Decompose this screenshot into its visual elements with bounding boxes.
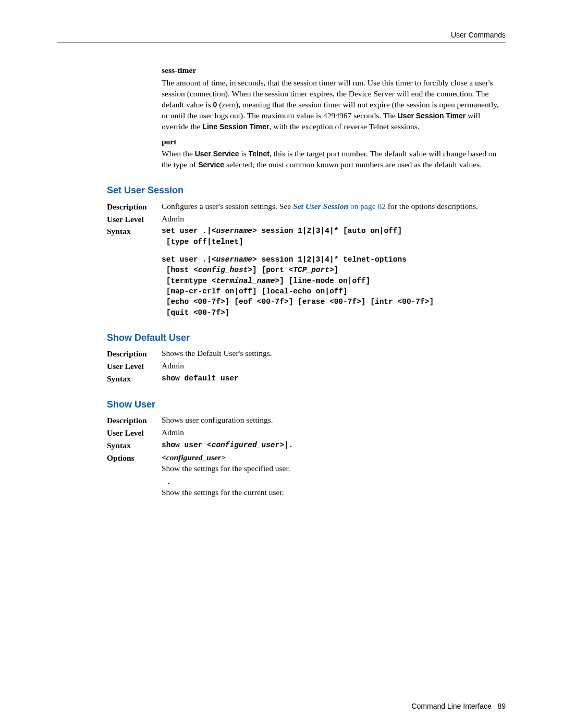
- value-description: Shows user configuration settings.: [162, 415, 506, 426]
- option-port: port When the User Service is Telnet, th…: [162, 137, 506, 171]
- value-syntax: show user <configured_user>|.: [162, 440, 506, 450]
- content-area: sess-timer The amount of time, in second…: [107, 65, 506, 498]
- text: is: [239, 149, 249, 158]
- cross-ref-page[interactable]: on page 82: [348, 202, 386, 211]
- label-user-level: User Level: [107, 361, 162, 372]
- def-table: Description Shows the Default User's set…: [107, 348, 506, 385]
- syntax-code: show default user: [162, 373, 506, 384]
- heading-set-user-session: Set User Session: [107, 184, 506, 196]
- spacer: [162, 247, 506, 254]
- value-syntax: show default user: [162, 373, 506, 384]
- def-table: Description Configures a user's session …: [107, 201, 506, 318]
- strong-text: User Service: [195, 150, 239, 158]
- text: selected; the most common known port num…: [224, 160, 482, 169]
- syntax-code: show user <configured_user>|.: [162, 440, 506, 450]
- cross-ref-link[interactable]: Set User Session: [293, 202, 348, 211]
- label-user-level: User Level: [107, 214, 162, 225]
- option-title: port: [162, 137, 506, 147]
- label-syntax: Syntax: [107, 226, 162, 237]
- text: for the options descriptions.: [386, 202, 478, 211]
- syntax-code-2: set user .|<username> session 1|2|3|4|* …: [162, 254, 506, 318]
- label-user-level: User Level: [107, 427, 162, 439]
- value-user-level: Admin: [162, 214, 506, 225]
- def-table: Description Shows user configuration set…: [107, 415, 506, 498]
- label-syntax: Syntax: [107, 440, 162, 451]
- header-rule: [57, 42, 506, 43]
- text: Configures a user's session settings. Se…: [162, 202, 293, 211]
- value-user-level: Admin: [162, 361, 506, 372]
- value-description: Configures a user's session settings. Se…: [162, 201, 506, 212]
- label-description: Description: [107, 348, 162, 360]
- option-body: When the User Service is Telnet, this is…: [162, 149, 506, 170]
- option-title: sess-timer: [162, 65, 506, 76]
- strong-text: Service: [198, 161, 224, 169]
- label-syntax: Syntax: [107, 373, 162, 385]
- strong-text: Telnet: [249, 150, 270, 158]
- option-text: Show the settings for the current user.: [162, 487, 506, 498]
- strong-text: Line Session Timer: [202, 122, 269, 131]
- page: User Commands sess-timer The amount of t…: [0, 0, 563, 728]
- value-user-level: Admin: [162, 427, 506, 438]
- footer-title: Command Line Interface: [411, 702, 491, 710]
- value-options: <configured_user> Show the settings for …: [162, 452, 506, 498]
- header-chapter: User Commands: [451, 30, 506, 40]
- heading-show-default-user: Show Default User: [107, 331, 506, 344]
- text: , with the exception of reverse Telnet s…: [269, 122, 419, 131]
- option-sess-timer: sess-timer The amount of time, in second…: [162, 65, 506, 132]
- text: When the: [162, 149, 195, 158]
- syntax-code-1: set user .|<username> session 1|2|3|4|* …: [162, 226, 506, 247]
- value-syntax: set user .|<username> session 1|2|3|4|* …: [162, 226, 506, 317]
- heading-show-user: Show User: [107, 398, 506, 411]
- value-description: Shows the Default User's settings.: [162, 348, 506, 359]
- option-body: The amount of time, in seconds, that the…: [162, 78, 506, 132]
- option-name: <configured_user>: [162, 452, 506, 463]
- footer-page: 89: [497, 702, 506, 710]
- footer: Command Line Interface 89: [411, 701, 506, 711]
- option-text: Show the settings for the specified user…: [162, 463, 506, 474]
- strong-text: User Session Timer: [398, 112, 466, 120]
- label-description: Description: [107, 415, 162, 426]
- label-description: Description: [107, 201, 162, 213]
- option-name: .: [168, 476, 506, 487]
- label-options: Options: [107, 452, 162, 464]
